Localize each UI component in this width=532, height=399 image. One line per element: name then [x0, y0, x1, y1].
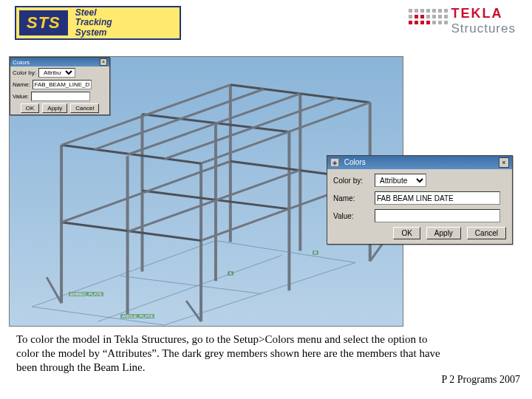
palette-icon: ◈ — [330, 158, 339, 167]
dialog-titlebar[interactable]: ◈ Colors × — [327, 156, 512, 169]
colorby-label: Color by: — [13, 69, 36, 76]
sts-line3: System — [75, 28, 112, 38]
grid-label-b: B — [313, 250, 318, 255]
svg-line-2 — [164, 262, 355, 325]
svg-line-19 — [128, 170, 301, 232]
colorby-label: Color by: — [333, 177, 370, 185]
name-input[interactable] — [33, 80, 92, 89]
tekla-sub: Structures — [451, 21, 516, 36]
ok-button[interactable]: OK — [393, 227, 420, 239]
colorby-select[interactable]: Attribute — [375, 174, 426, 187]
svg-line-29 — [47, 277, 61, 303]
svg-line-4 — [120, 276, 260, 293]
close-icon[interactable]: × — [499, 157, 509, 168]
name-label: Name: — [333, 194, 370, 202]
tekla-logo: TEKLA Structures — [451, 6, 516, 36]
name-input[interactable] — [375, 191, 500, 205]
member-label-2: ANGLE_PLATE — [120, 314, 154, 318]
grid-label-a: A — [228, 271, 233, 276]
value-input[interactable] — [375, 209, 500, 222]
apply-button[interactable]: Apply — [42, 103, 67, 113]
colorby-select[interactable]: Attribute — [38, 68, 75, 78]
dialog-titlebar[interactable]: Colors × — [10, 58, 109, 66]
svg-line-30 — [186, 301, 201, 321]
value-label: Value: — [13, 93, 29, 100]
footer-text: P 2 Programs 2007 — [442, 374, 520, 386]
svg-line-0 — [32, 241, 216, 307]
apply-button[interactable]: Apply — [426, 227, 461, 239]
close-icon[interactable]: × — [100, 58, 107, 66]
ok-button[interactable]: OK — [21, 103, 40, 113]
dialog-title: Colors — [344, 158, 366, 166]
member-label-1: EMBED_PLATE — [69, 292, 103, 296]
sts-abbrev: STS — [19, 10, 68, 35]
colors-dialog-small: Colors × Color by: Attribute Name: Value… — [10, 57, 110, 115]
colors-dialog: ◈ Colors × Color by: Attribute Name: Val… — [327, 155, 513, 245]
svg-line-18 — [61, 161, 231, 222]
name-label: Name: — [13, 81, 30, 88]
cancel-button[interactable]: Cancel — [70, 103, 99, 113]
svg-line-28 — [201, 103, 370, 164]
value-input[interactable] — [31, 92, 90, 101]
cancel-button[interactable]: Cancel — [467, 227, 506, 239]
sts-text: Steel Tracking System — [75, 8, 112, 38]
svg-line-26 — [128, 94, 301, 155]
value-label: Value: — [333, 212, 370, 220]
sts-logo: STS Steel Tracking System — [15, 6, 181, 40]
sts-line2: Tracking — [75, 18, 112, 27]
svg-line-25 — [95, 89, 264, 150]
tekla-dots-icon — [409, 9, 450, 24]
tekla-name: TEKLA — [451, 6, 516, 21]
svg-line-27 — [164, 98, 337, 160]
dialog-title: Colors — [13, 59, 30, 66]
svg-line-1 — [98, 256, 282, 322]
header-bar: STS Steel Tracking System TEKLA Structur… — [0, 4, 532, 43]
caption-text: To color the model in Tekla Structures, … — [16, 332, 445, 374]
